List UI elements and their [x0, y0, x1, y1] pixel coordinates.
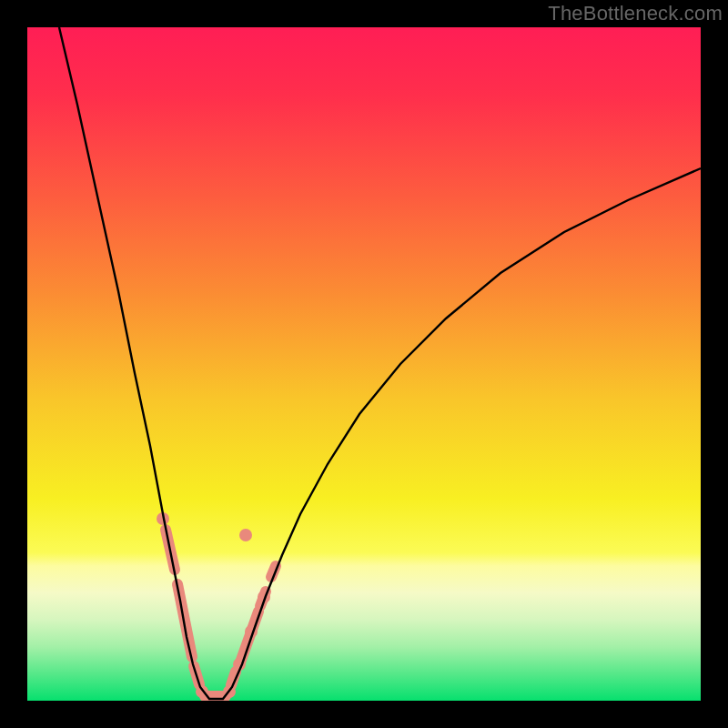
marker-dot: [239, 529, 252, 541]
watermark-text: TheBottleneck.com: [548, 2, 723, 25]
marker-group: [157, 512, 276, 698]
chart-frame: TheBottleneck.com: [0, 0, 728, 728]
plot-area: [27, 27, 701, 701]
curve-layer: [27, 27, 701, 701]
bottleneck-curve: [59, 27, 701, 699]
